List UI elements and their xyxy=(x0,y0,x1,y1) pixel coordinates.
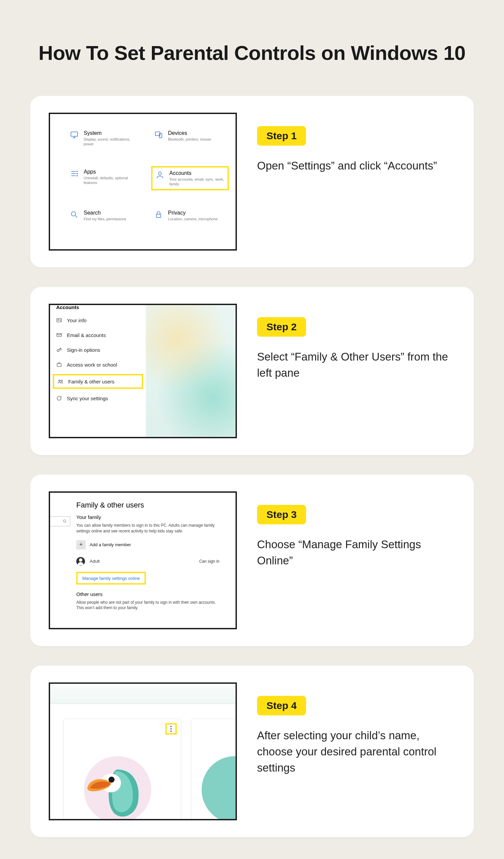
svg-point-6 xyxy=(159,172,162,175)
signin-status: Can sign in xyxy=(199,559,219,564)
sidebar-item-family[interactable]: Family & other users xyxy=(53,374,143,389)
sidebar-item-sync[interactable]: Sync your settings xyxy=(50,391,146,406)
screenshot-step-3: Family & other users Your family You can… xyxy=(49,492,237,629)
briefcase-icon xyxy=(56,362,62,367)
kebab-icon xyxy=(170,726,172,732)
child-tile-2[interactable] xyxy=(191,719,237,820)
screenshot-step-1: SystemDisplay, sound, notifications, pow… xyxy=(49,113,237,251)
svg-point-10 xyxy=(58,319,59,320)
settings-item-accounts[interactable]: AccountsYour accounts, email, sync, work… xyxy=(151,166,229,191)
settings-item-system[interactable]: SystemDisplay, sound, notifications, pow… xyxy=(67,127,144,149)
other-users-description: Allow people who are not part of your fa… xyxy=(76,600,217,611)
avatar-icon xyxy=(76,557,85,566)
sidebar-item-signin[interactable]: Sign-in options xyxy=(50,342,146,357)
step-description: Open “Settings” and click “Accounts” xyxy=(257,158,455,174)
search-icon xyxy=(69,210,79,219)
screenshot-step-2: Accounts Your info Email & accounts Sign… xyxy=(49,304,237,438)
svg-rect-13 xyxy=(57,364,61,366)
svg-rect-8 xyxy=(157,214,161,217)
svg-point-3 xyxy=(77,171,78,171)
svg-point-14 xyxy=(59,380,61,382)
devices-icon xyxy=(154,130,163,139)
settings-item-apps[interactable]: AppsUninstall, defaults, optional featur… xyxy=(67,166,144,191)
add-family-member-button[interactable]: + Add a family member xyxy=(76,540,226,549)
more-options-button[interactable] xyxy=(165,723,177,735)
step-card-3: Family & other users Your family You can… xyxy=(30,474,474,646)
family-description: You can allow family members to sign in … xyxy=(76,523,217,534)
step-description: Choose “Manage Family Settings Online” xyxy=(257,537,455,569)
page-heading: Family & other users xyxy=(76,501,226,510)
section-your-family: Your family xyxy=(76,514,226,520)
avatar xyxy=(84,756,151,820)
sidebar-item-work[interactable]: Access work or school xyxy=(50,357,146,372)
step-card-2: Accounts Your info Email & accounts Sign… xyxy=(30,287,474,455)
step-badge: Step 4 xyxy=(257,696,306,715)
svg-rect-0 xyxy=(71,132,78,136)
screenshot-step-4 xyxy=(49,682,237,820)
person-icon xyxy=(155,170,164,180)
svg-point-15 xyxy=(61,380,63,382)
step-card-1: SystemDisplay, sound, notifications, pow… xyxy=(30,96,474,267)
sidebar-item-email[interactable]: Email & accounts xyxy=(50,328,146,342)
settings-item-devices[interactable]: DevicesBluetooth, printers, mouse xyxy=(151,127,229,149)
people-icon xyxy=(58,378,63,385)
search-box[interactable] xyxy=(50,516,70,526)
svg-rect-9 xyxy=(57,318,62,322)
svg-point-19 xyxy=(109,777,114,783)
step-badge: Step 1 xyxy=(257,126,306,146)
key-icon xyxy=(56,347,62,353)
section-other-users: Other users xyxy=(76,591,226,597)
monitor-icon xyxy=(69,130,79,139)
family-member-row[interactable]: Adult Can sign in xyxy=(76,557,226,566)
lock-icon xyxy=(154,210,163,219)
sync-icon xyxy=(56,395,62,401)
step-badge: Step 3 xyxy=(257,505,306,524)
child-tile[interactable] xyxy=(63,719,181,820)
step-badge: Step 2 xyxy=(257,317,306,337)
header-bar xyxy=(50,684,236,704)
svg-point-4 xyxy=(77,173,78,174)
step-description: Select “Family & Other Users” from the l… xyxy=(257,349,455,381)
accounts-header: Accounts xyxy=(50,304,146,313)
avatar xyxy=(202,756,237,820)
sidebar-item-your-info[interactable]: Your info xyxy=(50,313,146,328)
settings-item-privacy[interactable]: PrivacyLocation, camera, microphone xyxy=(151,207,229,224)
svg-point-5 xyxy=(77,175,78,176)
person-card-icon xyxy=(56,317,62,323)
mail-icon xyxy=(56,332,62,338)
blurred-content xyxy=(146,305,236,437)
svg-point-16 xyxy=(63,519,65,522)
svg-point-12 xyxy=(57,349,59,351)
svg-point-7 xyxy=(71,212,76,216)
svg-rect-11 xyxy=(57,334,62,337)
apps-icon xyxy=(69,169,79,178)
manage-family-link[interactable]: Manage family settings online xyxy=(76,572,146,585)
step-description: After selecting your child’s name, choos… xyxy=(257,727,455,776)
step-card-4: Step 4 After selecting your child’s name… xyxy=(30,666,474,837)
page-title: How To Set Parental Controls on Windows … xyxy=(30,40,474,65)
plus-icon: + xyxy=(76,540,86,549)
settings-item-search[interactable]: SearchFind my files, permissions xyxy=(67,207,144,224)
